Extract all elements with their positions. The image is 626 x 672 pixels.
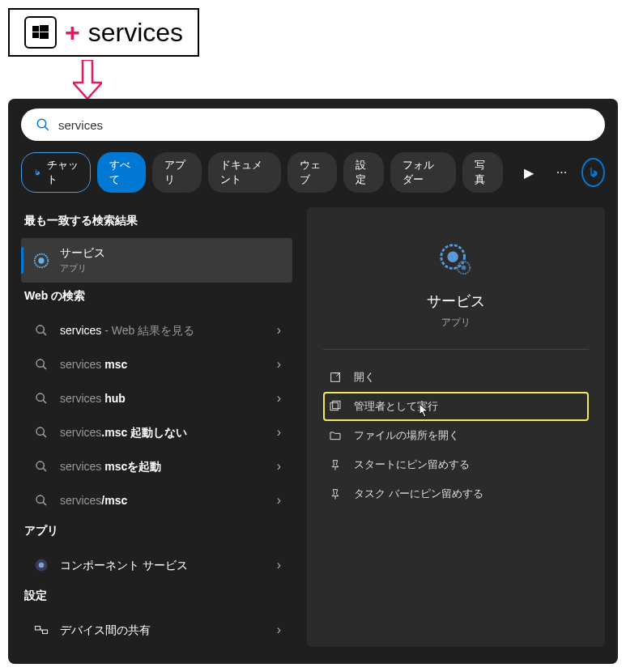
action-pin-taskbar[interactable]: タスク バーにピン留めする bbox=[323, 479, 589, 508]
divider bbox=[323, 349, 589, 350]
hint-box: + services bbox=[8, 8, 199, 57]
bing-button[interactable] bbox=[581, 158, 605, 187]
svg-line-19 bbox=[43, 502, 46, 505]
bing-icon bbox=[33, 167, 42, 178]
share-icon bbox=[32, 621, 50, 639]
chevron-right-icon: › bbox=[277, 425, 281, 440]
web-chip[interactable]: ウェブ bbox=[287, 152, 336, 193]
svg-line-9 bbox=[43, 332, 46, 335]
gear-large-icon bbox=[436, 240, 476, 280]
svg-point-16 bbox=[36, 461, 44, 469]
svg-rect-1 bbox=[40, 25, 49, 32]
chat-chip[interactable]: チャット bbox=[21, 152, 91, 193]
search-icon bbox=[32, 355, 50, 373]
more-button[interactable]: ··· bbox=[548, 160, 575, 185]
hint-text: services bbox=[88, 18, 183, 48]
apps-chip[interactable]: アプリ bbox=[152, 152, 201, 193]
folder-icon bbox=[328, 428, 343, 443]
preview-sub: アプリ bbox=[323, 316, 589, 330]
docs-chip[interactable]: ドキュメント bbox=[208, 152, 282, 193]
down-arrow-icon bbox=[73, 60, 102, 99]
all-chip[interactable]: すべて bbox=[97, 152, 146, 193]
search-icon bbox=[32, 321, 50, 339]
search-icon bbox=[32, 491, 50, 509]
svg-line-17 bbox=[43, 468, 46, 471]
action-open-location[interactable]: ファイルの場所を開く bbox=[323, 421, 589, 450]
chevron-right-icon: › bbox=[277, 493, 281, 508]
preview-title: サービス bbox=[323, 291, 589, 311]
action-pin-start[interactable]: スタートにピン留めする bbox=[323, 450, 589, 479]
chevron-right-icon: › bbox=[277, 459, 281, 474]
svg-rect-29 bbox=[330, 402, 338, 410]
pin-icon bbox=[328, 457, 343, 472]
action-run-admin[interactable]: 管理者として実行 bbox=[323, 392, 589, 421]
svg-line-11 bbox=[43, 366, 46, 369]
svg-rect-23 bbox=[43, 630, 48, 634]
preview-panel: サービス アプリ 開く 管理者として実行 ファイルの場所を開く スタートにピン留… bbox=[307, 207, 605, 647]
chevron-right-icon: › bbox=[277, 558, 281, 572]
svg-point-14 bbox=[36, 427, 44, 435]
svg-point-10 bbox=[36, 359, 44, 367]
result-sub: アプリ bbox=[60, 262, 281, 274]
svg-point-21 bbox=[39, 563, 45, 568]
search-icon bbox=[32, 423, 50, 441]
web-search-header: Web の検索 bbox=[21, 283, 292, 313]
svg-rect-30 bbox=[333, 401, 340, 408]
settings-chip[interactable]: 設定 bbox=[343, 152, 384, 193]
svg-line-13 bbox=[43, 400, 46, 403]
svg-rect-2 bbox=[32, 32, 39, 38]
play-button[interactable]: ▶ bbox=[516, 160, 542, 185]
gear-icon bbox=[32, 252, 50, 270]
pin-icon bbox=[328, 487, 343, 501]
svg-rect-3 bbox=[40, 32, 49, 39]
svg-point-4 bbox=[37, 119, 46, 128]
search-icon bbox=[36, 117, 50, 132]
filter-row: チャット すべて アプリ ドキュメント ウェブ 設定 フォルダー 写真 ▶ ··… bbox=[21, 152, 605, 193]
search-panel: チャット すべて アプリ ドキュメント ウェブ 設定 フォルダー 写真 ▶ ··… bbox=[8, 99, 618, 664]
chevron-right-icon: › bbox=[277, 391, 281, 406]
chevron-right-icon: › bbox=[277, 357, 281, 372]
component-icon bbox=[32, 556, 50, 574]
search-icon bbox=[32, 457, 50, 475]
best-match-header: 最も一致する検索結果 bbox=[21, 207, 292, 238]
action-open[interactable]: 開く bbox=[323, 363, 589, 392]
web-result-1[interactable]: services - Web 結果を見る › bbox=[21, 313, 292, 347]
cursor-icon bbox=[419, 403, 430, 418]
result-best-match[interactable]: サービス アプリ bbox=[21, 238, 292, 283]
svg-rect-22 bbox=[36, 627, 40, 631]
search-input[interactable] bbox=[58, 118, 590, 132]
windows-key-icon bbox=[24, 16, 57, 49]
app-result[interactable]: コンポーネント サービス › bbox=[21, 548, 292, 582]
search-icon bbox=[32, 389, 50, 407]
svg-point-18 bbox=[36, 495, 44, 503]
svg-point-12 bbox=[36, 393, 44, 401]
svg-line-15 bbox=[43, 434, 46, 437]
svg-point-25 bbox=[447, 251, 458, 262]
result-title: サービス bbox=[60, 246, 281, 261]
chevron-right-icon: › bbox=[277, 323, 281, 338]
web-result-3[interactable]: services hub › bbox=[21, 381, 292, 415]
plus-icon: + bbox=[65, 18, 80, 48]
search-box[interactable] bbox=[21, 108, 605, 141]
folder-chip[interactable]: フォルダー bbox=[390, 152, 456, 193]
results-column: 最も一致する検索結果 サービス アプリ Web の検索 services - W… bbox=[21, 207, 292, 647]
shield-icon bbox=[328, 399, 343, 414]
web-result-4[interactable]: services.msc 起動しない › bbox=[21, 415, 292, 449]
web-result-5[interactable]: services mscを起動 › bbox=[21, 449, 292, 483]
svg-point-27 bbox=[462, 266, 466, 270]
svg-point-8 bbox=[36, 325, 44, 333]
web-result-2[interactable]: services msc › bbox=[21, 347, 292, 381]
svg-point-7 bbox=[38, 257, 44, 263]
photos-chip[interactable]: 写真 bbox=[462, 152, 503, 193]
settings-result[interactable]: デバイス間の共有 › bbox=[21, 613, 292, 647]
web-result-6[interactable]: services/msc › bbox=[21, 483, 292, 517]
apps-header: アプリ bbox=[21, 517, 292, 548]
svg-rect-0 bbox=[32, 26, 39, 32]
settings-header: 設定 bbox=[21, 582, 292, 613]
open-icon bbox=[328, 370, 343, 385]
chevron-right-icon: › bbox=[277, 623, 281, 637]
svg-line-5 bbox=[45, 126, 49, 130]
